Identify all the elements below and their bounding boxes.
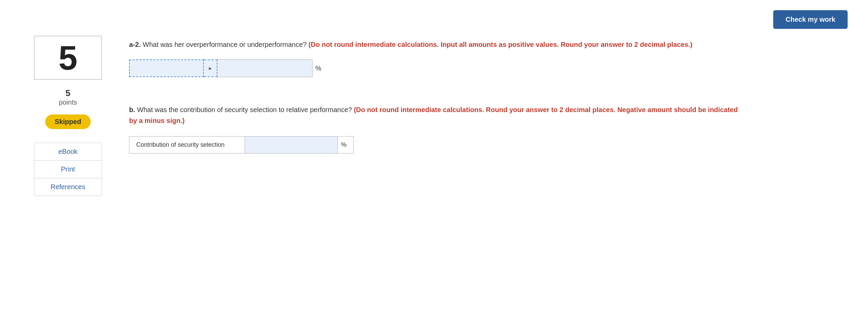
dropdown-arrow-icon[interactable]: ► xyxy=(204,59,217,77)
question-a2-body: What was her overperformance or underper… xyxy=(143,41,306,48)
question-b-label: b. xyxy=(129,106,135,113)
references-link[interactable]: References xyxy=(34,178,102,196)
top-bar: Check my work xyxy=(0,7,868,36)
question-b-text: b. What was the contribution of security… xyxy=(129,104,741,126)
page-wrapper: Check my work 5 5 points Skipped eBook P… xyxy=(0,0,868,324)
ebook-link[interactable]: eBook xyxy=(34,143,102,161)
question-a2-label: a-2. xyxy=(129,41,141,48)
points-section: 5 points xyxy=(59,88,77,106)
question-number: 5 xyxy=(58,41,77,75)
question-a2-text: a-2. What was her overperformance or und… xyxy=(129,39,741,50)
check-my-work-button[interactable]: Check my work xyxy=(773,10,848,29)
question-b-section: b. What was the contribution of security… xyxy=(129,104,848,154)
contribution-percent-cell: % xyxy=(338,137,354,154)
table-row: Contribution of security selection % xyxy=(129,137,354,154)
points-count: 5 xyxy=(59,88,77,98)
print-link[interactable]: Print xyxy=(34,161,102,178)
percent-symbol-a2: % xyxy=(313,65,321,72)
resource-links: eBook Print References xyxy=(34,143,102,196)
contribution-label-cell: Contribution of security selection xyxy=(129,137,245,154)
contribution-table: Contribution of security selection % xyxy=(129,136,354,154)
question-a2-section: a-2. What was her overperformance or und… xyxy=(129,39,848,77)
question-b-body: What was the contribution of security se… xyxy=(137,106,352,113)
main-content: 5 5 points Skipped eBook Print Reference… xyxy=(0,36,868,196)
overperformance-value-input[interactable] xyxy=(217,59,313,77)
contribution-value-input[interactable] xyxy=(252,141,331,148)
question-number-box: 5 xyxy=(34,36,102,80)
question-a2-instruction: (Do not round intermediate calculations.… xyxy=(308,41,692,48)
input-row-a2: Overperformance Underperformance ► % xyxy=(129,59,848,77)
sidebar: 5 5 points Skipped eBook Print Reference… xyxy=(20,36,116,196)
question-content: a-2. What was her overperformance or und… xyxy=(116,36,848,196)
status-badge: Skipped xyxy=(45,114,91,129)
overperformance-dropdown[interactable]: Overperformance Underperformance xyxy=(129,59,204,77)
contribution-input-cell[interactable] xyxy=(245,137,338,154)
points-label: points xyxy=(59,98,77,106)
